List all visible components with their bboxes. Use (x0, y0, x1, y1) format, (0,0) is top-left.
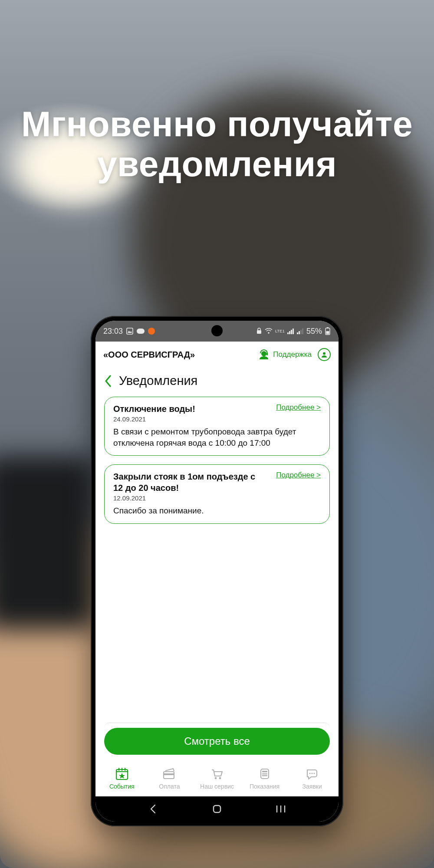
android-nav-bar (95, 796, 339, 822)
android-back-button[interactable] (140, 803, 166, 815)
back-button[interactable] (102, 375, 115, 388)
svg-rect-22 (164, 773, 174, 775)
nav-our-service[interactable]: Наш сервис (193, 766, 241, 790)
svg-rect-27 (262, 773, 267, 774)
svg-rect-14 (327, 327, 329, 328)
view-all-button[interactable]: Смотреть все (104, 728, 330, 755)
notification-card[interactable]: Закрыли стояк в 1ом подъезде с 12 до 20 … (104, 464, 330, 524)
support-label: Поддержка (273, 350, 312, 359)
svg-rect-32 (214, 806, 220, 812)
notification-more-link[interactable]: Подробнее > (276, 471, 321, 480)
profile-button[interactable] (318, 348, 331, 361)
svg-rect-7 (293, 329, 294, 334)
nav-label: Оплата (159, 783, 180, 790)
svg-point-23 (215, 777, 217, 779)
android-home-button[interactable] (204, 803, 230, 815)
nav-label: События (109, 783, 135, 790)
svg-rect-2 (257, 330, 261, 334)
lock-icon (256, 328, 262, 335)
svg-rect-16 (266, 353, 268, 355)
notification-body: Спасибо за понимание. (113, 505, 321, 516)
notification-more-link[interactable]: Подробнее > (276, 403, 321, 412)
battery-icon (325, 327, 331, 335)
nav-meters[interactable]: Показания (241, 766, 289, 790)
svg-rect-28 (262, 775, 267, 776)
org-name: «ООО СЕРВИСГРАД» (103, 350, 195, 360)
page-heading-row: Уведомления (95, 368, 339, 397)
svg-point-29 (309, 773, 311, 774)
android-recents-button[interactable] (268, 804, 294, 814)
cta-edge (104, 723, 330, 728)
svg-rect-5 (289, 331, 290, 334)
nav-label: Показания (250, 783, 279, 790)
chat-icon (305, 766, 319, 781)
notification-card[interactable]: Отключение воды! 24.09.2021 Подробнее > … (104, 397, 330, 456)
svg-rect-9 (299, 331, 300, 334)
status-battery-pct: 55% (306, 327, 322, 336)
headset-icon (258, 349, 270, 360)
notification-date: 12.09.2021 (113, 494, 261, 502)
svg-marker-1 (128, 331, 132, 333)
screenshot-icon (126, 328, 133, 335)
camera-cutout (211, 325, 223, 336)
svg-rect-11 (302, 329, 303, 334)
svg-point-15 (261, 351, 266, 356)
svg-rect-8 (297, 332, 298, 334)
svg-rect-13 (326, 331, 329, 334)
notification-title: Закрыли стояк в 1ом подъезде с 12 до 20 … (113, 471, 261, 493)
nav-payment[interactable]: Оплата (146, 766, 194, 790)
card-icon (162, 766, 177, 781)
notification-date: 24.09.2021 (113, 415, 195, 423)
svg-marker-20 (119, 773, 125, 779)
svg-rect-10 (300, 330, 302, 334)
signal-icon (287, 328, 294, 334)
svg-point-30 (312, 773, 313, 774)
svg-point-24 (219, 777, 221, 779)
nav-requests[interactable]: Заявки (288, 766, 336, 790)
app-header: «ООО СЕРВИСГРАД» Поддержка (95, 342, 339, 368)
svg-rect-26 (262, 771, 267, 773)
wifi-icon (265, 328, 273, 334)
status-orange-dot-icon (148, 328, 155, 335)
notifications-list: Отключение воды! 24.09.2021 Подробнее > … (95, 397, 339, 524)
status-net-label: LTE1 (275, 329, 285, 333)
notification-title: Отключение воды! (113, 403, 195, 414)
page-title: Уведомления (119, 374, 197, 388)
status-time: 23:03 (103, 327, 123, 336)
cart-icon (210, 766, 224, 781)
bg-decor (0, 456, 95, 629)
phone-device-frame: 23:03 LTE1 (91, 316, 343, 826)
nav-label: Заявки (302, 783, 322, 790)
bottom-nav: События Оплата Наш сервис Показания (95, 761, 339, 796)
nav-label: Наш сервис (200, 783, 234, 790)
promo-headline: Мгновенно получайте уведомления (21, 104, 413, 184)
meter-icon (257, 766, 272, 781)
phone-screen: 23:03 LTE1 (95, 321, 339, 822)
signal-icon-2 (297, 328, 304, 334)
svg-rect-6 (291, 330, 292, 334)
calendar-star-icon (115, 766, 129, 781)
svg-point-17 (323, 352, 326, 355)
nav-events[interactable]: События (98, 766, 146, 790)
svg-point-31 (314, 773, 315, 774)
cloud-icon (137, 329, 145, 334)
notification-body: В связи с ремонтом трубопровода завтра б… (113, 426, 321, 448)
support-button[interactable]: Поддержка (258, 349, 312, 360)
svg-rect-4 (287, 332, 289, 334)
svg-point-3 (268, 332, 270, 334)
android-status-bar: 23:03 LTE1 (95, 321, 339, 342)
svg-rect-0 (127, 328, 133, 334)
